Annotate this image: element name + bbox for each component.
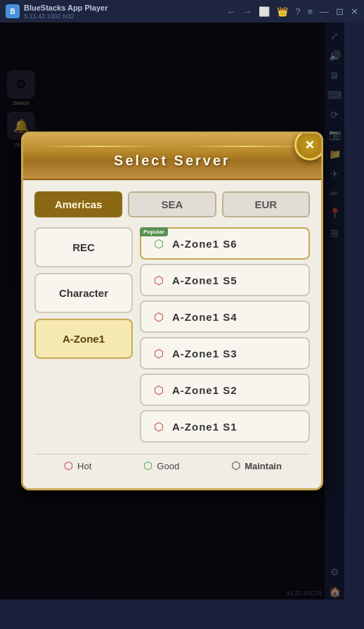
server-list: Popular ⬡ A-Zone1 S6 ⬡ A-Zone1 S5 ⬡ [140, 227, 310, 443]
server-item-s3[interactable]: ⬡ A-Zone1 S3 [140, 337, 310, 369]
modal-overlay: ··· Select Server × Americas SEA EUR [0, 23, 344, 599]
app-version: 5.11.42.1002 N32 [24, 13, 108, 20]
menu-icon[interactable]: ≡ [307, 6, 313, 17]
crown-icon[interactable]: 👑 [277, 6, 288, 17]
content-area: REC Character A-Zone1 Popular ⬡ A-Zone1 … [34, 227, 310, 443]
legend-good: ⬡ Good [142, 460, 179, 471]
dialog-header: ··· Select Server × [23, 134, 321, 180]
titlebar-info: BlueStacks App Player 5.11.42.1002 N32 [24, 4, 108, 20]
server-item-s5[interactable]: ⬡ A-Zone1 S5 [140, 264, 310, 296]
help-icon[interactable]: ? [295, 6, 300, 17]
game-area: ⚙ Switch 🔔 Notif ⤢ 🔊 🖥 ⌨ ⟳ 📷 📁 ✈ ✏ 📍 ⊞ ⚙… [0, 23, 344, 599]
status-dot-s1: ⬡ [152, 420, 165, 433]
dialog-title: Select Server [37, 153, 307, 169]
legend-maintain: ⬡ Maintain [230, 460, 282, 471]
server-item-s4[interactable]: ⬡ A-Zone1 S4 [140, 300, 310, 333]
dialog-body: Americas SEA EUR REC Character A-Zone1 [23, 180, 321, 488]
status-dot-s4: ⬡ [152, 310, 165, 323]
status-dot-s2: ⬡ [152, 383, 165, 396]
tab-sea[interactable]: SEA [128, 191, 216, 217]
server-item-s2[interactable]: ⬡ A-Zone1 S2 [140, 374, 310, 406]
app-name: BlueStacks App Player [24, 4, 108, 12]
close-dialog-button[interactable]: × [294, 132, 323, 160]
server-item-s1[interactable]: ⬡ A-Zone1 S1 [140, 410, 310, 443]
server-name-s4: A-Zone1 S4 [172, 311, 238, 323]
nav-forward[interactable]: → [242, 6, 252, 17]
legend-maintain-icon: ⬡ [230, 460, 241, 471]
status-dot-s3: ⬡ [152, 347, 165, 360]
header-deco: ··· [37, 142, 307, 150]
header-line-right [186, 146, 307, 147]
legend-hot-icon: ⬡ [63, 460, 74, 471]
legend-good-label: Good [157, 461, 179, 471]
header-line-left [37, 146, 159, 147]
status-dot-s5: ⬡ [152, 274, 165, 286]
menu-item-rec[interactable]: REC [34, 227, 133, 267]
status-dot-s6: ⬡ [152, 237, 165, 250]
server-name-s3: A-Zone1 S3 [172, 348, 238, 360]
nav-back[interactable]: ← [226, 6, 235, 17]
copy-icon[interactable]: ⬜ [259, 6, 270, 17]
server-item-s6[interactable]: Popular ⬡ A-Zone1 S6 [140, 227, 310, 260]
minimize-btn[interactable]: — [320, 6, 329, 17]
menu-item-azone1[interactable]: A-Zone1 [34, 319, 133, 359]
menu-item-character[interactable]: Character [34, 273, 133, 313]
legend-hot-label: Hot [77, 461, 91, 471]
server-name-s1: A-Zone1 S1 [172, 421, 238, 433]
left-menu: REC Character A-Zone1 [34, 227, 133, 443]
legend-maintain-label: Maintain [245, 461, 282, 471]
legend-good-icon: ⬡ [142, 460, 153, 471]
region-tabs: Americas SEA EUR [34, 191, 310, 217]
close-btn-titlebar[interactable]: ✕ [351, 6, 358, 17]
titlebar: B BlueStacks App Player 5.11.42.1002 N32… [0, 0, 364, 23]
tab-americas[interactable]: Americas [34, 191, 122, 217]
server-name-s2: A-Zone1 S2 [172, 384, 238, 396]
server-name-s5: A-Zone1 S5 [172, 274, 238, 286]
select-server-dialog: ··· Select Server × Americas SEA EUR [21, 132, 323, 490]
server-name-s6: A-Zone1 S6 [172, 238, 238, 250]
header-dots: ··· [166, 142, 178, 150]
maximize-btn[interactable]: ⊡ [336, 6, 344, 17]
window-controls: ← → ⬜ 👑 ? ≡ — ⊡ ✕ [226, 6, 358, 17]
legend: ⬡ Hot ⬡ Good ⬡ Maintain [34, 454, 310, 477]
server-badge-s6: Popular [140, 227, 168, 236]
legend-hot: ⬡ Hot [63, 460, 91, 471]
tab-eur[interactable]: EUR [222, 191, 310, 217]
app-logo: B [6, 4, 20, 18]
